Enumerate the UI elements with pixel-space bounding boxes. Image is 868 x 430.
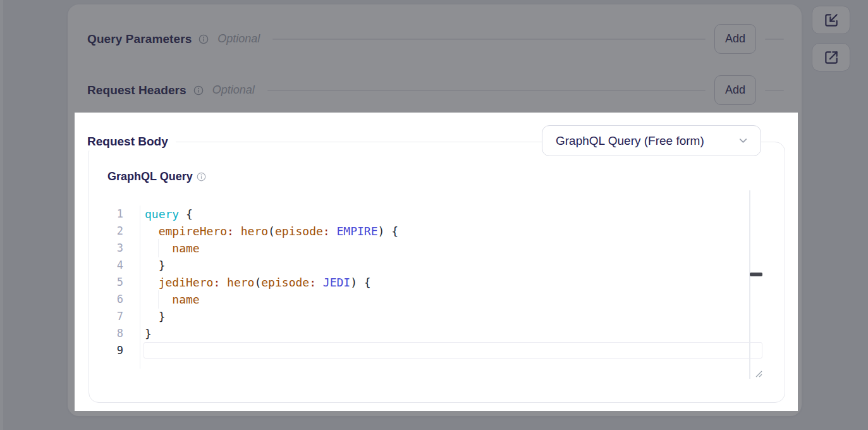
divider: [267, 90, 706, 91]
divider: [272, 39, 706, 40]
graphql-editor[interactable]: query { empireHero: hero(episode: EMPIRE…: [145, 206, 763, 359]
request-form-card: Query Parameters Optional Add Request He…: [68, 4, 802, 416]
external-link-icon: [823, 49, 840, 66]
line-number: 8: [89, 325, 140, 342]
line-number: 1: [89, 206, 140, 223]
add-query-parameter-button[interactable]: Add: [714, 24, 756, 54]
body-type-selected-value: GraphQL Query (Free form): [556, 134, 704, 148]
code-line: query {: [145, 206, 763, 223]
line-number: 7: [89, 308, 140, 325]
add-request-header-button[interactable]: Add: [714, 75, 756, 105]
open-external-button[interactable]: [812, 43, 850, 71]
info-icon[interactable]: [193, 85, 204, 95]
query-parameters-label: Query Parameters: [87, 32, 192, 46]
body-type-select[interactable]: GraphQL Query (Free form): [542, 125, 761, 156]
code-line: name: [145, 291, 763, 308]
info-icon[interactable]: [197, 172, 206, 181]
code-line: empireHero: hero(episode: EMPIRE) {: [145, 223, 763, 240]
line-number: 5: [89, 274, 140, 291]
graphql-query-label: GraphQL Query: [107, 170, 193, 183]
divider: [765, 90, 784, 91]
graphql-query-label-row: GraphQL Query: [107, 170, 206, 183]
line-number: 4: [89, 257, 140, 274]
code-line: }: [145, 325, 763, 342]
code-line: }: [145, 308, 763, 325]
line-number: 6: [89, 291, 140, 308]
editor-gutter: 123456789: [89, 206, 140, 369]
page-scrollbar-track: [0, 0, 3, 430]
request-body-label: Request Body: [87, 133, 176, 150]
collapse-editor-button[interactable]: [812, 6, 850, 34]
optional-hint: Optional: [217, 32, 260, 46]
editor-right-border: [749, 190, 750, 379]
optional-hint: Optional: [212, 83, 255, 97]
info-icon[interactable]: [199, 34, 209, 44]
line-number: 2: [89, 223, 140, 240]
query-parameters-row: Query Parameters Optional Add: [87, 24, 784, 54]
arrow-into-square-icon: [823, 12, 840, 28]
request-headers-label: Request Headers: [87, 83, 186, 97]
resize-grip-icon[interactable]: [754, 369, 764, 379]
code-line: }: [145, 257, 763, 274]
line-number: 9: [89, 342, 140, 359]
code-line: name: [145, 240, 763, 257]
code-line: [145, 342, 763, 359]
scrollbar-thumb[interactable]: [750, 273, 762, 276]
divider: [765, 39, 784, 40]
code-line: jediHero: hero(episode: JEDI) {: [145, 274, 763, 291]
request-headers-row: Request Headers Optional Add: [87, 75, 784, 105]
chevron-down-icon: [737, 135, 749, 147]
line-number: 3: [89, 240, 140, 257]
request-body-section: Request Body GraphQL Query (Free form) G…: [89, 142, 785, 403]
